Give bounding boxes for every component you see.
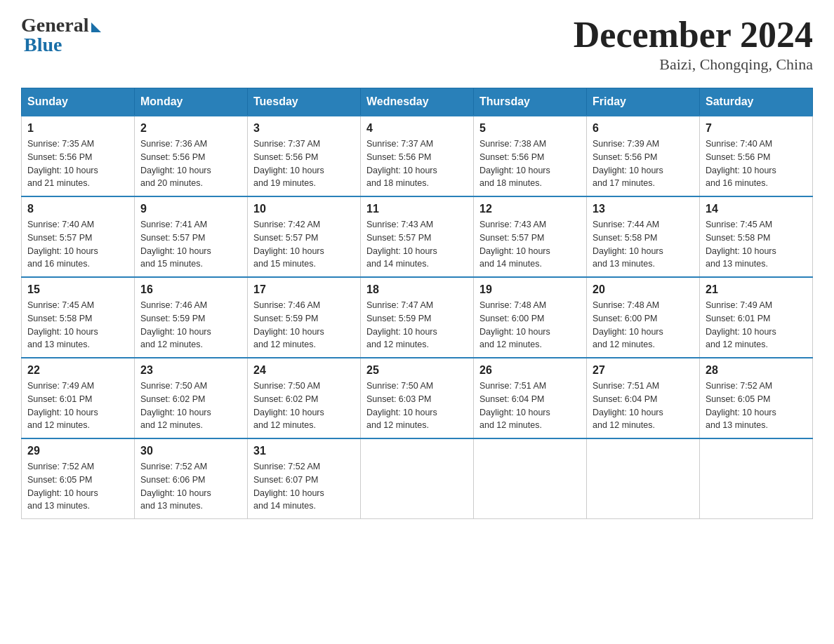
calendar-cell: 10 Sunrise: 7:42 AM Sunset: 5:57 PM Dayl… bbox=[248, 196, 361, 277]
day-number: 28 bbox=[706, 364, 807, 377]
day-number: 30 bbox=[140, 445, 241, 457]
day-info: Sunrise: 7:51 AM Sunset: 6:04 PM Dayligh… bbox=[479, 380, 581, 432]
day-number: 14 bbox=[706, 203, 807, 215]
day-info: Sunrise: 7:38 AM Sunset: 5:56 PM Dayligh… bbox=[479, 137, 581, 190]
calendar-cell: 22 Sunrise: 7:49 AM Sunset: 6:01 PM Dayl… bbox=[22, 358, 135, 438]
day-info: Sunrise: 7:46 AM Sunset: 5:59 PM Dayligh… bbox=[140, 299, 241, 351]
day-info: Sunrise: 7:35 AM Sunset: 5:56 PM Dayligh… bbox=[27, 137, 128, 190]
calendar-cell: 2 Sunrise: 7:36 AM Sunset: 5:56 PM Dayli… bbox=[135, 116, 248, 196]
header-friday: Friday bbox=[587, 88, 700, 116]
day-number: 9 bbox=[140, 203, 241, 215]
day-number: 2 bbox=[140, 122, 241, 135]
day-info: Sunrise: 7:48 AM Sunset: 6:00 PM Dayligh… bbox=[479, 299, 581, 351]
logo: General Blue bbox=[21, 14, 101, 56]
calendar-cell: 29 Sunrise: 7:52 AM Sunset: 6:05 PM Dayl… bbox=[22, 438, 135, 519]
day-info: Sunrise: 7:50 AM Sunset: 6:02 PM Dayligh… bbox=[140, 380, 241, 432]
calendar-week-5: 29 Sunrise: 7:52 AM Sunset: 6:05 PM Dayl… bbox=[22, 438, 813, 519]
calendar-table: Sunday Monday Tuesday Wednesday Thursday… bbox=[21, 88, 813, 519]
header-tuesday: Tuesday bbox=[248, 88, 361, 116]
calendar-cell: 14 Sunrise: 7:45 AM Sunset: 5:58 PM Dayl… bbox=[700, 196, 813, 277]
calendar-cell: 15 Sunrise: 7:45 AM Sunset: 5:58 PM Dayl… bbox=[22, 277, 135, 358]
calendar-cell: 13 Sunrise: 7:44 AM Sunset: 5:58 PM Dayl… bbox=[587, 196, 700, 277]
day-number: 18 bbox=[366, 283, 468, 296]
day-number: 20 bbox=[593, 283, 694, 296]
calendar-cell: 26 Sunrise: 7:51 AM Sunset: 6:04 PM Dayl… bbox=[474, 358, 587, 438]
calendar-cell: 17 Sunrise: 7:46 AM Sunset: 5:59 PM Dayl… bbox=[248, 277, 361, 358]
day-info: Sunrise: 7:52 AM Sunset: 6:05 PM Dayligh… bbox=[706, 380, 807, 432]
header-wednesday: Wednesday bbox=[361, 88, 474, 116]
day-number: 26 bbox=[479, 364, 581, 377]
calendar-header-row: Sunday Monday Tuesday Wednesday Thursday… bbox=[22, 88, 813, 116]
calendar-cell bbox=[474, 438, 587, 519]
day-number: 27 bbox=[593, 364, 694, 377]
calendar-cell: 28 Sunrise: 7:52 AM Sunset: 6:05 PM Dayl… bbox=[700, 358, 813, 438]
day-info: Sunrise: 7:52 AM Sunset: 6:07 PM Dayligh… bbox=[253, 460, 355, 513]
day-info: Sunrise: 7:40 AM Sunset: 5:56 PM Dayligh… bbox=[706, 137, 807, 190]
calendar-week-4: 22 Sunrise: 7:49 AM Sunset: 6:01 PM Dayl… bbox=[22, 358, 813, 438]
day-info: Sunrise: 7:51 AM Sunset: 6:04 PM Dayligh… bbox=[593, 380, 694, 432]
logo-arrow-icon bbox=[91, 22, 101, 32]
day-info: Sunrise: 7:49 AM Sunset: 6:01 PM Dayligh… bbox=[27, 380, 128, 432]
calendar-cell: 31 Sunrise: 7:52 AM Sunset: 6:07 PM Dayl… bbox=[248, 438, 361, 519]
day-number: 1 bbox=[27, 122, 128, 135]
calendar-week-3: 15 Sunrise: 7:45 AM Sunset: 5:58 PM Dayl… bbox=[22, 277, 813, 358]
calendar-cell: 18 Sunrise: 7:47 AM Sunset: 5:59 PM Dayl… bbox=[361, 277, 474, 358]
day-number: 21 bbox=[706, 283, 807, 296]
calendar-cell: 3 Sunrise: 7:37 AM Sunset: 5:56 PM Dayli… bbox=[248, 116, 361, 196]
calendar-cell bbox=[361, 438, 474, 519]
calendar-cell: 19 Sunrise: 7:48 AM Sunset: 6:00 PM Dayl… bbox=[474, 277, 587, 358]
day-number: 19 bbox=[479, 283, 581, 296]
calendar-week-1: 1 Sunrise: 7:35 AM Sunset: 5:56 PM Dayli… bbox=[22, 116, 813, 196]
header-monday: Monday bbox=[135, 88, 248, 116]
calendar-cell: 30 Sunrise: 7:52 AM Sunset: 6:06 PM Dayl… bbox=[135, 438, 248, 519]
day-info: Sunrise: 7:49 AM Sunset: 6:01 PM Dayligh… bbox=[706, 299, 807, 351]
page-header: General Blue December 2024 Baizi, Chongq… bbox=[21, 14, 813, 74]
day-info: Sunrise: 7:52 AM Sunset: 6:05 PM Dayligh… bbox=[27, 460, 128, 513]
day-number: 4 bbox=[366, 122, 468, 135]
day-number: 5 bbox=[479, 122, 581, 135]
header-sunday: Sunday bbox=[22, 88, 135, 116]
location: Baizi, Chongqing, China bbox=[574, 55, 813, 74]
calendar-cell: 7 Sunrise: 7:40 AM Sunset: 5:56 PM Dayli… bbox=[700, 116, 813, 196]
calendar-cell bbox=[587, 438, 700, 519]
day-number: 15 bbox=[27, 283, 128, 296]
calendar-cell: 5 Sunrise: 7:38 AM Sunset: 5:56 PM Dayli… bbox=[474, 116, 587, 196]
day-info: Sunrise: 7:46 AM Sunset: 5:59 PM Dayligh… bbox=[253, 299, 355, 351]
calendar-week-2: 8 Sunrise: 7:40 AM Sunset: 5:57 PM Dayli… bbox=[22, 196, 813, 277]
day-info: Sunrise: 7:40 AM Sunset: 5:57 PM Dayligh… bbox=[27, 218, 128, 271]
day-info: Sunrise: 7:39 AM Sunset: 5:56 PM Dayligh… bbox=[593, 137, 694, 190]
calendar-cell: 16 Sunrise: 7:46 AM Sunset: 5:59 PM Dayl… bbox=[135, 277, 248, 358]
calendar-cell: 25 Sunrise: 7:50 AM Sunset: 6:03 PM Dayl… bbox=[361, 358, 474, 438]
day-info: Sunrise: 7:43 AM Sunset: 5:57 PM Dayligh… bbox=[366, 218, 468, 271]
day-number: 29 bbox=[27, 445, 128, 457]
day-number: 7 bbox=[706, 122, 807, 135]
calendar-cell: 11 Sunrise: 7:43 AM Sunset: 5:57 PM Dayl… bbox=[361, 196, 474, 277]
day-info: Sunrise: 7:52 AM Sunset: 6:06 PM Dayligh… bbox=[140, 460, 241, 513]
day-number: 23 bbox=[140, 364, 241, 377]
month-title: December 2024 bbox=[574, 14, 813, 55]
day-number: 17 bbox=[253, 283, 355, 296]
day-info: Sunrise: 7:50 AM Sunset: 6:03 PM Dayligh… bbox=[366, 380, 468, 432]
calendar-cell: 12 Sunrise: 7:43 AM Sunset: 5:57 PM Dayl… bbox=[474, 196, 587, 277]
calendar-cell bbox=[700, 438, 813, 519]
calendar-cell: 6 Sunrise: 7:39 AM Sunset: 5:56 PM Dayli… bbox=[587, 116, 700, 196]
day-number: 12 bbox=[479, 203, 581, 215]
calendar-cell: 21 Sunrise: 7:49 AM Sunset: 6:01 PM Dayl… bbox=[700, 277, 813, 358]
calendar-cell: 9 Sunrise: 7:41 AM Sunset: 5:57 PM Dayli… bbox=[135, 196, 248, 277]
day-number: 8 bbox=[27, 203, 128, 215]
day-info: Sunrise: 7:37 AM Sunset: 5:56 PM Dayligh… bbox=[366, 137, 468, 190]
day-info: Sunrise: 7:47 AM Sunset: 5:59 PM Dayligh… bbox=[366, 299, 468, 351]
calendar-cell: 4 Sunrise: 7:37 AM Sunset: 5:56 PM Dayli… bbox=[361, 116, 474, 196]
day-number: 13 bbox=[593, 203, 694, 215]
header-saturday: Saturday bbox=[700, 88, 813, 116]
day-number: 11 bbox=[366, 203, 468, 215]
calendar-cell: 8 Sunrise: 7:40 AM Sunset: 5:57 PM Dayli… bbox=[22, 196, 135, 277]
day-number: 3 bbox=[253, 122, 355, 135]
day-info: Sunrise: 7:50 AM Sunset: 6:02 PM Dayligh… bbox=[253, 380, 355, 432]
title-section: December 2024 Baizi, Chongqing, China bbox=[574, 14, 813, 74]
header-thursday: Thursday bbox=[474, 88, 587, 116]
logo-blue-text: Blue bbox=[21, 34, 62, 56]
day-number: 10 bbox=[253, 203, 355, 215]
day-info: Sunrise: 7:45 AM Sunset: 5:58 PM Dayligh… bbox=[706, 218, 807, 271]
day-info: Sunrise: 7:41 AM Sunset: 5:57 PM Dayligh… bbox=[140, 218, 241, 271]
